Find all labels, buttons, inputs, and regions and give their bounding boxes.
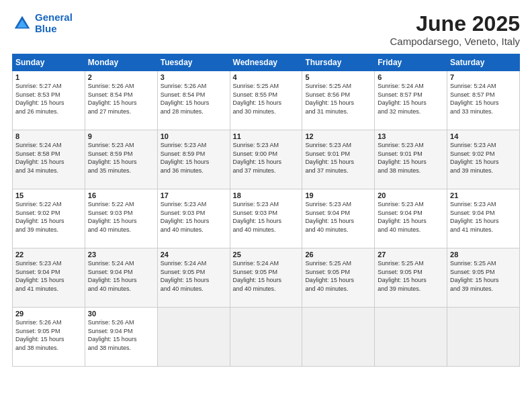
table-row: 17Sunrise: 5:23 AMSunset: 9:03 PMDayligh… <box>157 189 230 248</box>
table-row: 8Sunrise: 5:24 AMSunset: 8:58 PMDaylight… <box>13 130 85 189</box>
table-row: 4Sunrise: 5:25 AMSunset: 8:55 PMDaylight… <box>230 71 302 130</box>
table-row: 22Sunrise: 5:23 AMSunset: 9:04 PMDayligh… <box>13 248 85 308</box>
col-wednesday: Wednesday <box>230 54 302 71</box>
logo: General Blue <box>12 12 73 34</box>
table-row: 1Sunrise: 5:27 AMSunset: 8:53 PMDaylight… <box>13 71 85 130</box>
page: General Blue June 2025 Campodarsego, Ven… <box>0 0 532 411</box>
table-row: 13Sunrise: 5:23 AMSunset: 9:01 PMDayligh… <box>375 130 447 189</box>
table-row: 20Sunrise: 5:23 AMSunset: 9:04 PMDayligh… <box>375 189 447 248</box>
table-row: 29Sunrise: 5:26 AMSunset: 9:05 PMDayligh… <box>13 308 85 367</box>
logo-line2: Blue <box>35 23 57 34</box>
col-thursday: Thursday <box>302 54 375 71</box>
table-row: 30Sunrise: 5:26 AMSunset: 9:04 PMDayligh… <box>85 308 157 367</box>
col-sunday: Sunday <box>13 54 85 71</box>
table-row <box>375 308 447 367</box>
table-row: 6Sunrise: 5:24 AMSunset: 8:57 PMDaylight… <box>375 71 447 130</box>
table-row: 7Sunrise: 5:24 AMSunset: 8:57 PMDaylight… <box>447 71 520 130</box>
table-row <box>447 308 520 367</box>
table-row: 14Sunrise: 5:23 AMSunset: 9:02 PMDayligh… <box>447 130 520 189</box>
table-row: 24Sunrise: 5:24 AMSunset: 9:05 PMDayligh… <box>157 248 230 308</box>
col-monday: Monday <box>85 54 157 71</box>
logo-line1: General <box>35 11 73 23</box>
table-row: 26Sunrise: 5:25 AMSunset: 9:05 PMDayligh… <box>302 248 375 308</box>
table-row: 15Sunrise: 5:22 AMSunset: 9:02 PMDayligh… <box>13 189 85 248</box>
table-row <box>157 308 230 367</box>
table-row: 10Sunrise: 5:23 AMSunset: 8:59 PMDayligh… <box>157 130 230 189</box>
table-row: 19Sunrise: 5:23 AMSunset: 9:04 PMDayligh… <box>302 189 375 248</box>
table-row: 16Sunrise: 5:22 AMSunset: 9:03 PMDayligh… <box>85 189 157 248</box>
table-row: 18Sunrise: 5:23 AMSunset: 9:03 PMDayligh… <box>230 189 302 248</box>
table-row: 5Sunrise: 5:25 AMSunset: 8:56 PMDaylight… <box>302 71 375 130</box>
table-row: 28Sunrise: 5:25 AMSunset: 9:05 PMDayligh… <box>447 248 520 308</box>
table-row: 25Sunrise: 5:24 AMSunset: 9:05 PMDayligh… <box>230 248 302 308</box>
table-row <box>302 308 375 367</box>
calendar-subtitle: Campodarsego, Veneto, Italy <box>390 36 520 47</box>
logo-text: General Blue <box>35 12 73 34</box>
logo-icon <box>12 13 32 34</box>
calendar-header: Sunday Monday Tuesday Wednesday Thursday… <box>13 54 520 71</box>
table-row: 9Sunrise: 5:23 AMSunset: 8:59 PMDaylight… <box>85 130 157 189</box>
table-row: 3Sunrise: 5:26 AMSunset: 8:54 PMDaylight… <box>157 71 230 130</box>
header: General Blue June 2025 Campodarsego, Ven… <box>12 12 520 47</box>
table-row: 21Sunrise: 5:23 AMSunset: 9:04 PMDayligh… <box>447 189 520 248</box>
calendar-title: June 2025 <box>390 12 520 36</box>
col-tuesday: Tuesday <box>157 54 230 71</box>
title-block: June 2025 Campodarsego, Veneto, Italy <box>390 12 520 47</box>
col-saturday: Saturday <box>447 54 520 71</box>
calendar-body: 1Sunrise: 5:27 AMSunset: 8:53 PMDaylight… <box>13 71 520 367</box>
col-friday: Friday <box>375 54 447 71</box>
header-row: Sunday Monday Tuesday Wednesday Thursday… <box>13 54 520 71</box>
calendar-table: Sunday Monday Tuesday Wednesday Thursday… <box>12 54 520 367</box>
table-row: 11Sunrise: 5:23 AMSunset: 9:00 PMDayligh… <box>230 130 302 189</box>
table-row: 23Sunrise: 5:24 AMSunset: 9:04 PMDayligh… <box>85 248 157 308</box>
table-row: 12Sunrise: 5:23 AMSunset: 9:01 PMDayligh… <box>302 130 375 189</box>
table-row: 2Sunrise: 5:26 AMSunset: 8:54 PMDaylight… <box>85 71 157 130</box>
table-row: 27Sunrise: 5:25 AMSunset: 9:05 PMDayligh… <box>375 248 447 308</box>
table-row <box>230 308 302 367</box>
